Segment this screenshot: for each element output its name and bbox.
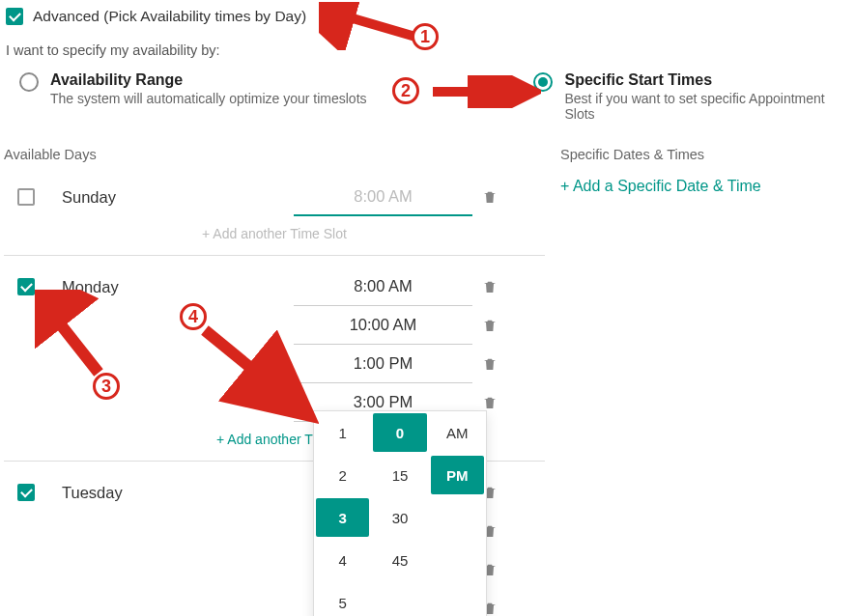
radio-range-title: Availability Range	[50, 71, 367, 89]
radio-circle-icon	[19, 72, 39, 92]
day-label-monday: Monday	[62, 278, 294, 296]
radio-availability-range[interactable]: Availability Range The system will autom…	[19, 71, 533, 122]
radio-specific-sub: Best if you want to set specific Appoint…	[564, 91, 851, 122]
picker-hour-option[interactable]: 4	[316, 541, 369, 579]
specific-dates-header: Specific Dates & Times	[560, 147, 761, 162]
radio-range-sub: The system will automatically optimize y…	[50, 91, 367, 106]
day-label-sunday: Sunday	[62, 188, 294, 207]
add-time-slot-button: + Add another Time Slot	[4, 216, 545, 245]
time-slot-input[interactable]: 10:00 AM	[294, 306, 472, 345]
available-days-header: Available Days	[4, 147, 545, 162]
add-specific-date-button[interactable]: + Add a Specific Date & Time	[560, 178, 761, 195]
picker-hour-option[interactable]: 2	[316, 456, 369, 494]
time-picker-dropdown[interactable]: 1 2 3 4 5 0 15 30 45 AM PM	[313, 410, 487, 616]
trash-icon[interactable]	[482, 188, 498, 206]
picker-ampm-option[interactable]: AM	[431, 413, 484, 452]
day-checkbox-monday[interactable]	[17, 278, 35, 295]
radio-specific-title: Specific Start Times	[564, 71, 851, 89]
picker-minute-option[interactable]: 0	[373, 413, 426, 452]
trash-icon[interactable]	[482, 278, 498, 295]
advanced-checkbox[interactable]	[6, 8, 23, 25]
radio-circle-icon	[533, 72, 553, 92]
trash-icon[interactable]	[482, 355, 498, 373]
trash-icon[interactable]	[482, 394, 498, 411]
picker-minute-option[interactable]: 45	[373, 541, 426, 579]
trash-icon[interactable]	[482, 317, 498, 334]
picker-hour-option[interactable]: 3	[316, 498, 369, 537]
picker-minute-option[interactable]: 15	[373, 456, 426, 494]
radio-specific-start-times[interactable]: Specific Start Times Best if you want to…	[533, 71, 851, 122]
advanced-label: Advanced (Pick Availability times by Day…	[33, 8, 306, 25]
time-slot-input[interactable]: 1:00 PM	[294, 345, 472, 383]
day-checkbox-sunday[interactable]	[17, 188, 35, 206]
time-slot-input[interactable]: 8:00 AM	[294, 267, 472, 306]
time-slot-input[interactable]: 8:00 AM	[294, 178, 472, 216]
picker-hour-option[interactable]: 5	[316, 583, 369, 616]
specify-label: I want to specify my availability by:	[4, 42, 851, 58]
picker-hour-option[interactable]: 1	[316, 413, 369, 452]
day-label-tuesday: Tuesday	[62, 484, 294, 502]
picker-ampm-option[interactable]: PM	[431, 456, 484, 494]
day-checkbox-tuesday[interactable]	[17, 484, 35, 501]
picker-minute-option[interactable]: 30	[373, 498, 426, 537]
